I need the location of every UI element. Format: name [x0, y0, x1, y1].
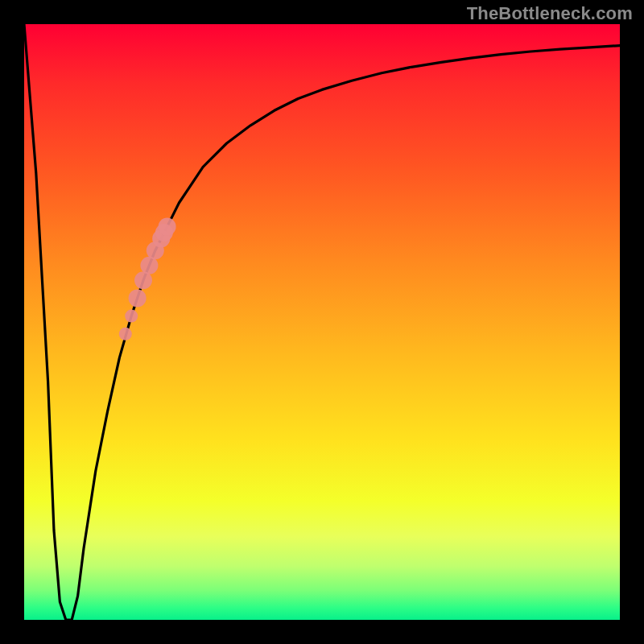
plot-area — [24, 24, 620, 620]
curve-marker — [129, 289, 147, 307]
curve-marker — [159, 218, 176, 236]
highlighted-segment — [119, 218, 176, 341]
chart-frame: TheBottleneck.com — [0, 0, 644, 644]
watermark-text: TheBottleneck.com — [467, 3, 633, 24]
curve-marker — [119, 328, 132, 341]
curve-marker — [125, 310, 138, 323]
bottleneck-curve — [24, 24, 620, 620]
bottleneck-curve-svg — [24, 24, 620, 620]
